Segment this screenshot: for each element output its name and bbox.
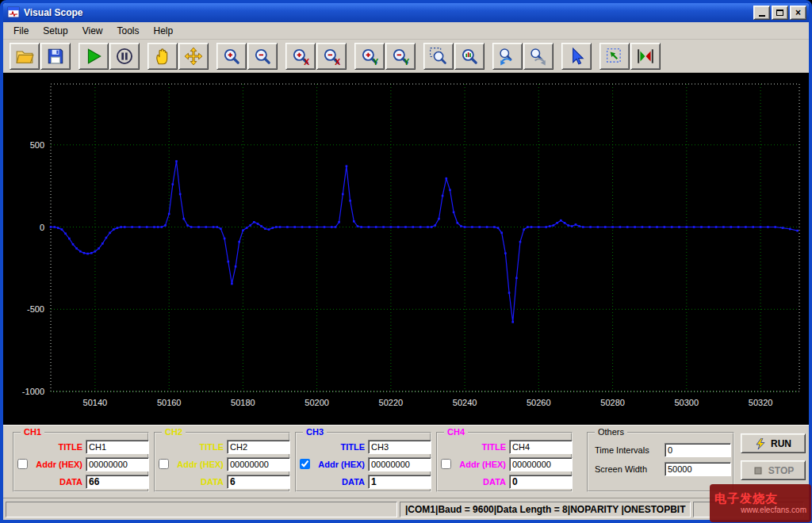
ch3-data-input[interactable] bbox=[368, 475, 431, 489]
zoom-in-icon bbox=[222, 47, 241, 66]
ch1-data-input[interactable] bbox=[86, 475, 149, 489]
ch4-title-input[interactable] bbox=[509, 440, 573, 454]
zoom-extents-icon bbox=[460, 47, 479, 66]
run-button[interactable] bbox=[79, 43, 109, 70]
time-intervals-input[interactable] bbox=[665, 443, 731, 457]
svg-text:-500: -500 bbox=[27, 304, 44, 314]
ch2-data-label: DATA bbox=[173, 477, 224, 487]
watermark-title: 电子发烧友 bbox=[714, 491, 806, 506]
ch3-addr-checkbox[interactable] bbox=[300, 459, 310, 469]
status-bar: |COM1|Baud = 9600|Data Length = 8|NOPARI… bbox=[3, 498, 809, 520]
maximize-button[interactable] bbox=[772, 6, 788, 20]
run-stop-controls: RUN STOP bbox=[741, 433, 807, 480]
select-icon bbox=[605, 47, 624, 66]
zoom-y-in-button[interactable]: Y bbox=[354, 43, 385, 70]
ch2-addr-label: Addr (HEX) bbox=[173, 460, 224, 469]
svg-text:Y: Y bbox=[404, 58, 409, 66]
menu-item-view[interactable]: View bbox=[75, 24, 110, 38]
statusbar-com-info: |COM1|Baud = 9600|Data Length = 8|NOPARI… bbox=[400, 502, 691, 517]
zoom-x-out-icon: X bbox=[322, 47, 341, 66]
save-button[interactable] bbox=[40, 43, 71, 70]
markers-button[interactable] bbox=[630, 43, 661, 70]
ch2-data-input[interactable] bbox=[227, 475, 290, 489]
menu-item-setup[interactable]: Setup bbox=[36, 24, 75, 38]
zoom-y-out-button[interactable]: Y bbox=[385, 43, 416, 70]
watermark-url: www.elecfans.com bbox=[714, 506, 806, 515]
minimize-button[interactable] bbox=[753, 6, 770, 20]
toolbar-separator bbox=[347, 41, 354, 71]
ch3-group: CH3 TITLE Addr (HEX) DATA bbox=[295, 432, 431, 492]
title-bar[interactable]: Visual Scope × bbox=[3, 3, 809, 22]
zoom-x-out-button[interactable]: X bbox=[316, 43, 347, 70]
ch1-addr-input[interactable] bbox=[86, 457, 149, 471]
maximize-icon bbox=[776, 10, 783, 16]
toolbar-separator bbox=[554, 41, 561, 71]
cursor-icon bbox=[567, 47, 586, 66]
svg-text:Y: Y bbox=[373, 58, 378, 66]
toolbar-separator bbox=[209, 41, 216, 71]
ch3-addr-input[interactable] bbox=[368, 457, 431, 471]
run-button[interactable]: RUN bbox=[741, 433, 806, 453]
svg-text:50300: 50300 bbox=[675, 398, 699, 407]
open-button[interactable] bbox=[10, 43, 40, 70]
ch1-title-input[interactable] bbox=[86, 440, 149, 454]
svg-text:500: 500 bbox=[30, 140, 44, 150]
screen-width-label: Screen Width bbox=[592, 464, 661, 474]
save-icon bbox=[46, 47, 65, 66]
folder-open-icon bbox=[15, 47, 34, 66]
zoom-in-button[interactable] bbox=[216, 43, 247, 70]
markers-icon bbox=[636, 47, 655, 66]
zoom-redo-button[interactable] bbox=[523, 43, 553, 70]
toolbar-separator bbox=[592, 41, 599, 71]
ch4-addr-label: Addr (HEX) bbox=[455, 460, 506, 469]
zoom-x-in-icon: X bbox=[291, 47, 310, 66]
zoom-undo-button[interactable] bbox=[492, 43, 523, 70]
window-title: Visual Scope bbox=[24, 7, 82, 18]
pause-button[interactable] bbox=[109, 43, 140, 70]
select-button[interactable] bbox=[599, 43, 630, 70]
ch1-data-label: DATA bbox=[32, 477, 82, 487]
zoom-extents-button[interactable] bbox=[454, 43, 485, 70]
menu-item-tools[interactable]: Tools bbox=[110, 24, 147, 38]
ch2-group: CH2 TITLE Addr (HEX) DATA bbox=[154, 432, 290, 492]
svg-text:50280: 50280 bbox=[600, 398, 625, 407]
ch4-addr-input[interactable] bbox=[509, 457, 573, 471]
ch3-addr-label: Addr (HEX) bbox=[314, 460, 365, 469]
app-window: Visual Scope × FileSetupViewToolsHelp XX… bbox=[0, 0, 812, 523]
ch3-title-label: TITLE bbox=[314, 442, 365, 452]
svg-text:X: X bbox=[304, 58, 309, 66]
cursor-button[interactable] bbox=[561, 43, 592, 70]
chart-area[interactable]: 5014050160501805020050220502405026050280… bbox=[3, 73, 809, 425]
statusbar-left-panel bbox=[6, 502, 397, 517]
ch2-addr-checkbox[interactable] bbox=[159, 459, 169, 469]
toolbar-separator bbox=[71, 41, 79, 71]
pan-button[interactable] bbox=[147, 43, 178, 70]
stop-button[interactable]: STOP bbox=[741, 460, 806, 480]
ch4-group-label: CH4 bbox=[444, 427, 468, 437]
play-icon bbox=[84, 47, 103, 66]
waveform-plot[interactable]: 5014050160501805020050220502405026050280… bbox=[3, 73, 809, 425]
ch1-addr-label: Addr (HEX) bbox=[32, 460, 82, 469]
ch4-data-label: DATA bbox=[455, 477, 506, 487]
ch4-group: CH4 TITLE Addr (HEX) DATA bbox=[436, 432, 573, 492]
zoom-window-button[interactable] bbox=[423, 43, 454, 70]
ch4-data-input[interactable] bbox=[509, 475, 573, 489]
minimize-icon bbox=[759, 10, 765, 17]
ch2-addr-input[interactable] bbox=[227, 457, 290, 471]
menu-item-file[interactable]: File bbox=[6, 24, 36, 38]
move-button[interactable] bbox=[178, 43, 209, 70]
zoom-out-icon bbox=[253, 47, 272, 66]
zoom-y-out-icon: Y bbox=[391, 47, 410, 66]
screen-width-input[interactable] bbox=[665, 462, 731, 476]
ch1-addr-checkbox[interactable] bbox=[17, 459, 28, 469]
app-icon bbox=[7, 6, 20, 19]
svg-text:50260: 50260 bbox=[527, 398, 551, 407]
menu-item-help[interactable]: Help bbox=[147, 24, 181, 38]
ch4-addr-checkbox[interactable] bbox=[441, 459, 451, 469]
zoom-x-in-button[interactable]: X bbox=[285, 43, 316, 70]
ch3-title-input[interactable] bbox=[368, 440, 431, 454]
others-group-label: Others bbox=[595, 427, 627, 437]
ch2-title-input[interactable] bbox=[227, 440, 290, 454]
close-button[interactable]: × bbox=[790, 6, 806, 20]
zoom-out-button[interactable] bbox=[247, 43, 278, 70]
